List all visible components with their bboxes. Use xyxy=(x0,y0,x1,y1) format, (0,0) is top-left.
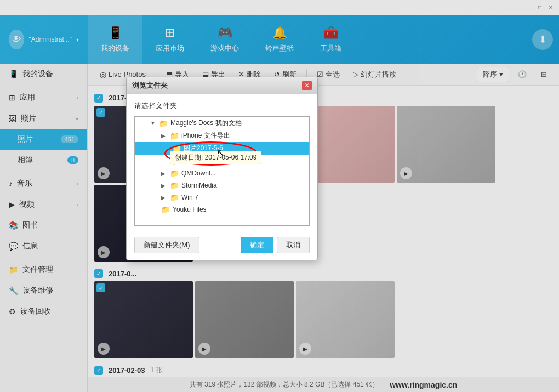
expand-icon-5[interactable]: ▶ xyxy=(161,183,168,189)
tree-label-5: StormMedia xyxy=(181,181,217,189)
dialog-footer: 新建文件夹(M) 确定 取消 xyxy=(127,232,317,260)
tree-label-7: Youku Files xyxy=(173,206,207,213)
folder-icon-7: 📁 xyxy=(161,205,170,214)
expand-icon-1[interactable]: ▶ xyxy=(161,133,168,139)
dialog-close-button[interactable]: ✕ xyxy=(302,81,312,90)
file-tree[interactable]: ▼ 📁 Maggie's Docs 我的文档 ▶ 📁 iPhone 文件导出 xyxy=(134,116,310,226)
dialog-title: 浏览文件夹 xyxy=(132,81,168,90)
tree-label-6: Win 7 xyxy=(181,194,198,201)
tree-label-4: QMDownl... xyxy=(181,169,216,177)
tree-label-0: Maggie's Docs 我的文档 xyxy=(170,118,242,128)
tree-item-4[interactable]: ▶ 📁 QMDownl... xyxy=(135,167,309,179)
tree-item-5[interactable]: ▶ 📁 StormMedia xyxy=(135,179,309,191)
tooltip: 创建日期: 2017-05-06 17:09 xyxy=(170,151,261,164)
folder-icon-1: 📁 xyxy=(170,132,179,140)
ok-button[interactable]: 确定 xyxy=(241,237,273,253)
folder-icon-0: 📁 xyxy=(159,119,168,128)
new-folder-button[interactable]: 新建文件夹(M) xyxy=(134,237,199,253)
tree-label-1: iPhone 文件导出 xyxy=(181,131,230,140)
expand-icon-6[interactable]: ▶ xyxy=(161,195,168,201)
folder-icon-4: 📁 xyxy=(170,169,179,178)
tree-item-0[interactable]: ▼ 📁 Maggie's Docs 我的文档 xyxy=(135,117,309,129)
tree-item-6[interactable]: ▶ 📁 Win 7 xyxy=(135,191,309,203)
dialog-prompt: 请选择文件夹 xyxy=(134,101,310,111)
expand-icon-0[interactable]: ▼ xyxy=(150,120,157,126)
dialog-titlebar: 浏览文件夹 ✕ xyxy=(127,77,317,94)
expand-icon-4[interactable]: ▶ xyxy=(161,171,168,177)
folder-icon-5: 📁 xyxy=(170,181,179,190)
footer-left: 新建文件夹(M) xyxy=(134,237,199,253)
browse-folder-dialog: 浏览文件夹 ✕ 请选择文件夹 ▼ 📁 Maggie's Docs 我的文档 ▶ … xyxy=(126,77,318,260)
tree-item-7[interactable]: 📁 Youku Files xyxy=(135,203,309,215)
cancel-button[interactable]: 取消 xyxy=(277,237,310,253)
folder-icon-6: 📁 xyxy=(170,193,179,202)
tree-item-1[interactable]: ▶ 📁 iPhone 文件导出 xyxy=(135,129,309,142)
dialog-overlay[interactable]: 浏览文件夹 ✕ 请选择文件夹 ▼ 📁 Maggie's Docs 我的文档 ▶ … xyxy=(0,0,559,392)
